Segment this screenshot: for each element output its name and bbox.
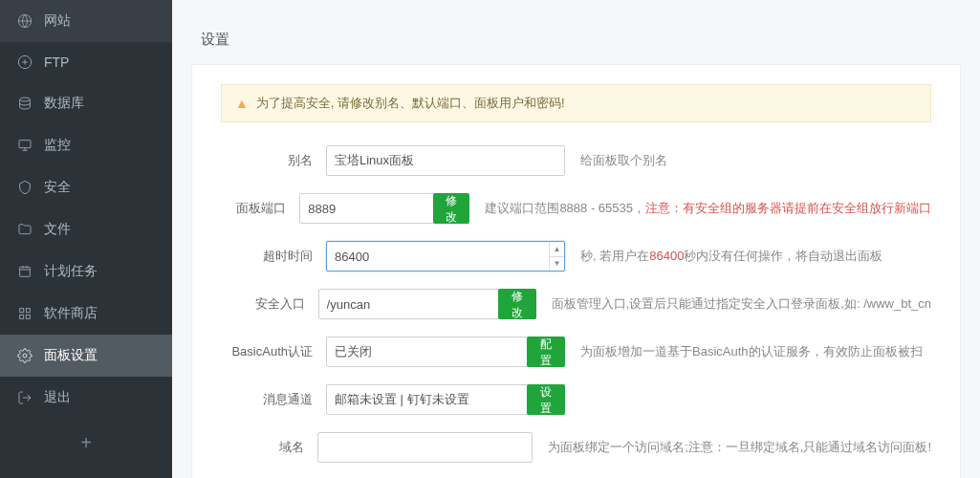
- database-icon: [17, 96, 33, 111]
- input-domain[interactable]: [317, 432, 534, 463]
- settings-icon: [17, 348, 33, 363]
- monitor-icon: [17, 138, 33, 153]
- sidebar-item-label: 数据库: [44, 95, 84, 112]
- row-domain: 域名 为面板绑定一个访问域名;注意：一旦绑定域名,只能通过域名访问面板!: [221, 432, 931, 463]
- hint-basicauth: 为面板增加一道基于BasicAuth的认证服务，有效防止面板被扫: [580, 343, 923, 360]
- spinner-down-icon: ▼: [550, 257, 564, 272]
- sidebar-item-website[interactable]: 网站: [0, 0, 172, 42]
- row-alias: 别名 给面板取个别名: [221, 145, 931, 176]
- svg-point-9: [23, 354, 27, 358]
- sidebar-item-label: 安全: [44, 179, 71, 196]
- svg-point-2: [20, 98, 31, 101]
- sidebar-item-label: 面板设置: [44, 347, 98, 364]
- logout-icon: [17, 390, 33, 405]
- sidebar-item-label: 软件商店: [44, 305, 98, 322]
- top-toggles-row: [191, 0, 961, 13]
- label-port: 面板端口: [221, 200, 299, 217]
- ftp-icon: [17, 54, 33, 70]
- sidebar-item-panel-settings[interactable]: 面板设置: [0, 335, 172, 377]
- hint-timeout: 秒, 若用户在86400秒内没有任何操作，将自动退出面板: [580, 248, 882, 265]
- label-msgchannel: 消息通道: [221, 391, 326, 408]
- sidebar-item-label: 计划任务: [44, 263, 98, 280]
- input-alias[interactable]: [326, 145, 565, 176]
- folder-icon: [17, 222, 33, 237]
- section-title: 设置: [191, 13, 961, 64]
- input-port[interactable]: [299, 193, 435, 224]
- row-basicauth: BasicAuth认证 配置 为面板增加一道基于BasicAuth的认证服务，有…: [221, 337, 931, 367]
- spinner-up-icon: ▲: [550, 242, 564, 257]
- input-msgchannel[interactable]: [326, 384, 529, 415]
- row-port: 面板端口 修改 建议端口范围8888 - 65535，注意：有安全组的服务器请提…: [221, 193, 931, 224]
- label-alias: 别名: [221, 152, 326, 169]
- btn-port-modify[interactable]: 修改: [433, 193, 470, 224]
- svg-rect-5: [20, 309, 24, 313]
- row-entry: 安全入口 修改 面板管理入口,设置后只能通过指定安全入口登录面板,如: /www…: [221, 289, 931, 319]
- svg-rect-3: [19, 141, 31, 148]
- input-entry[interactable]: [318, 289, 500, 319]
- security-alert: ▲ 为了提高安全, 请修改别名、默认端口、面板用户和密码!: [221, 84, 931, 122]
- svg-rect-7: [20, 315, 24, 318]
- calendar-icon: [17, 264, 33, 279]
- sidebar-item-database[interactable]: 数据库: [0, 82, 172, 124]
- spinner-controls[interactable]: ▲▼: [549, 242, 564, 271]
- svg-rect-8: [26, 315, 30, 318]
- label-domain: 域名: [221, 439, 317, 456]
- sidebar-item-label: FTP: [44, 54, 69, 70]
- btn-msgchannel-set[interactable]: 设置: [527, 384, 565, 415]
- apps-icon: [17, 306, 33, 321]
- svg-rect-4: [20, 267, 31, 276]
- sidebar-item-ftp[interactable]: FTP: [0, 42, 172, 82]
- sidebar-item-monitor[interactable]: 监控: [0, 124, 172, 166]
- hint-alias: 给面板取个别名: [580, 152, 667, 169]
- sidebar-item-cron[interactable]: 计划任务: [0, 250, 172, 293]
- label-timeout: 超时时间: [221, 248, 326, 265]
- input-timeout[interactable]: [326, 241, 565, 272]
- sidebar-item-logout[interactable]: 退出: [0, 377, 172, 419]
- sidebar-item-label: 文件: [44, 221, 71, 238]
- alert-text: 为了提高安全, 请修改别名、默认端口、面板用户和密码!: [256, 95, 565, 112]
- label-entry: 安全入口: [221, 295, 318, 313]
- input-basicauth[interactable]: [326, 337, 529, 367]
- label-basicauth: BasicAuth认证: [221, 343, 326, 360]
- sidebar-item-software[interactable]: 软件商店: [0, 293, 172, 335]
- svg-rect-6: [26, 309, 30, 313]
- sidebar-item-label: 网站: [44, 12, 71, 30]
- hint-domain: 为面板绑定一个访问域名;注意：一旦绑定域名,只能通过域名访问面板!: [548, 439, 931, 456]
- shield-icon: [17, 180, 33, 195]
- hint-entry: 面板管理入口,设置后只能通过指定安全入口登录面板,如: /www_bt_cn: [552, 295, 931, 313]
- sidebar-item-files[interactable]: 文件: [0, 208, 172, 250]
- row-timeout: 超时时间 ▲▼ 秒, 若用户在86400秒内没有任何操作，将自动退出面板: [221, 241, 931, 272]
- hint-port: 建议端口范围8888 - 65535，注意：有安全组的服务器请提前在安全组放行新…: [485, 200, 931, 217]
- sidebar-add[interactable]: +: [0, 419, 172, 467]
- main-content: 设置 ▲ 为了提高安全, 请修改别名、默认端口、面板用户和密码! 别名 给面板取…: [172, 0, 980, 478]
- sidebar-item-label: 退出: [44, 389, 71, 406]
- btn-basicauth-config[interactable]: 配置: [527, 337, 565, 367]
- sidebar-item-security[interactable]: 安全: [0, 166, 172, 208]
- warning-icon: ▲: [235, 96, 249, 111]
- globe-icon: [17, 13, 33, 29]
- sidebar: 网站 FTP 数据库 监控 安全 文件 计划任务 软件商店: [0, 0, 172, 478]
- btn-entry-modify[interactable]: 修改: [498, 289, 536, 319]
- sidebar-item-label: 监控: [44, 137, 71, 154]
- row-msgchannel: 消息通道 设置: [221, 384, 931, 415]
- settings-box: ▲ 为了提高安全, 请修改别名、默认端口、面板用户和密码! 别名 给面板取个别名…: [191, 64, 961, 478]
